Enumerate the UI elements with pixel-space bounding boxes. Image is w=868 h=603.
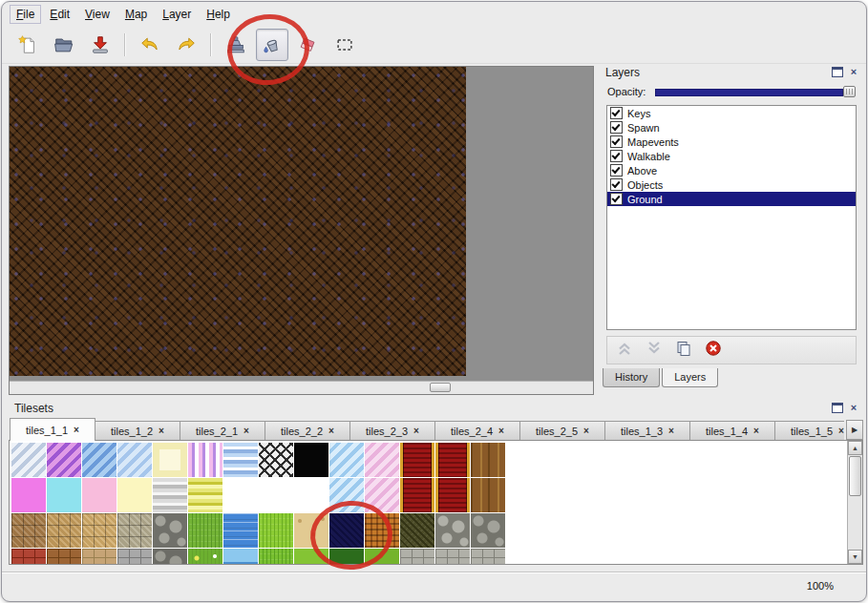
- layer-visibility-checkbox[interactable]: [610, 164, 623, 177]
- lower-layer-button[interactable]: [645, 341, 664, 360]
- palette-tile[interactable]: [259, 443, 293, 477]
- layer-visibility-checkbox[interactable]: [610, 121, 623, 134]
- tileset-tab-tiles_2_2[interactable]: tiles_2_2×: [265, 421, 350, 441]
- redo-button[interactable]: [170, 29, 202, 61]
- tileset-tab-tiles_2_1[interactable]: tiles_2_1×: [180, 421, 265, 441]
- palette-tile[interactable]: [153, 443, 187, 477]
- duplicate-layer-button[interactable]: [674, 341, 693, 360]
- layer-visibility-checkbox[interactable]: [610, 150, 623, 162]
- palette-tile[interactable]: [365, 549, 399, 565]
- palette-tile[interactable]: [153, 549, 187, 565]
- undo-button[interactable]: [134, 29, 166, 61]
- tab-layers[interactable]: Layers: [662, 368, 718, 387]
- palette-tile[interactable]: [153, 478, 187, 512]
- close-tab-icon[interactable]: ×: [838, 426, 844, 436]
- palette-tile[interactable]: [117, 443, 152, 477]
- palette-tile[interactable]: [259, 513, 293, 548]
- close-tab-icon[interactable]: ×: [413, 426, 419, 436]
- new-map-button[interactable]: [11, 29, 44, 61]
- palette-tile[interactable]: [47, 549, 81, 565]
- float-tilesets-panel-icon[interactable]: [832, 403, 843, 413]
- palette-tile[interactable]: [400, 478, 434, 512]
- palette-tile[interactable]: [223, 513, 258, 548]
- layer-row-keys[interactable]: Keys: [607, 106, 856, 120]
- tileset-tab-tiles_2_3[interactable]: tiles_2_3×: [349, 421, 435, 441]
- tileset-tab-tiles_1_1[interactable]: tiles_1_1×: [10, 418, 95, 441]
- palette-tile[interactable]: [117, 513, 152, 548]
- palette-tile[interactable]: [223, 478, 258, 512]
- opacity-slider-handle[interactable]: [843, 86, 856, 97]
- close-tab-icon[interactable]: ×: [74, 426, 79, 435]
- close-tilesets-panel-icon[interactable]: ×: [848, 402, 859, 413]
- menu-layer[interactable]: Layer: [156, 5, 198, 24]
- tileset-tab-tiles_2_4[interactable]: tiles_2_4×: [434, 421, 520, 441]
- tileset-tab-tiles_1_3[interactable]: tiles_1_3×: [604, 421, 690, 441]
- tileset-tab-tiles_1_4[interactable]: tiles_1_4×: [689, 421, 775, 441]
- palette-tile[interactable]: [47, 513, 81, 548]
- close-tab-icon[interactable]: ×: [583, 426, 589, 436]
- close-panel-icon[interactable]: ×: [848, 66, 859, 77]
- close-tab-icon[interactable]: ×: [498, 426, 504, 436]
- palette-tile[interactable]: [365, 513, 399, 548]
- palette-tile[interactable]: [82, 443, 116, 477]
- palette-tile[interactable]: [47, 478, 81, 512]
- palette-tile[interactable]: [365, 443, 399, 477]
- close-tab-icon[interactable]: ×: [753, 426, 759, 436]
- scroll-up-button[interactable]: ▲: [848, 441, 862, 455]
- palette-tile[interactable]: [435, 513, 470, 548]
- palette-tile[interactable]: [400, 443, 434, 477]
- palette-tile[interactable]: [471, 478, 505, 512]
- layer-row-mapevents[interactable]: Mapevents: [607, 135, 856, 149]
- opacity-slider[interactable]: [655, 85, 856, 98]
- palette-tile[interactable]: [471, 443, 505, 477]
- scrollbar-thumb[interactable]: [430, 383, 451, 392]
- palette-tile[interactable]: [188, 513, 222, 548]
- palette-tile[interactable]: [188, 443, 222, 477]
- palette-tile[interactable]: [82, 549, 116, 565]
- float-panel-icon[interactable]: [832, 67, 843, 77]
- tileset-tab-tiles_1_2[interactable]: tiles_1_2×: [95, 421, 180, 441]
- palette-tile[interactable]: [294, 549, 328, 565]
- eraser-tool-button[interactable]: [292, 29, 325, 61]
- palette-tile[interactable]: [294, 443, 328, 477]
- close-tab-icon[interactable]: ×: [668, 426, 674, 436]
- palette-tile[interactable]: [188, 478, 222, 512]
- scrollbar-thumb[interactable]: [849, 456, 861, 496]
- palette-tile[interactable]: [117, 549, 152, 565]
- palette-tile[interactable]: [11, 513, 46, 548]
- palette-tile[interactable]: [294, 478, 328, 512]
- palette-tile[interactable]: [117, 478, 152, 512]
- save-map-button[interactable]: [84, 29, 116, 61]
- layer-row-walkable[interactable]: Walkable: [607, 149, 856, 163]
- palette-vertical-scrollbar[interactable]: ▲ ▼: [847, 441, 862, 564]
- palette-tile[interactable]: [329, 443, 364, 477]
- layer-row-spawn[interactable]: Spawn: [607, 120, 856, 135]
- layer-visibility-checkbox[interactable]: [610, 135, 623, 148]
- raise-layer-button[interactable]: [615, 341, 634, 360]
- palette-tile[interactable]: [223, 549, 258, 565]
- layer-visibility-checkbox[interactable]: [610, 178, 623, 191]
- layer-row-ground[interactable]: Ground: [607, 192, 856, 206]
- palette-tile[interactable]: [11, 443, 46, 477]
- marquee-select-tool-button[interactable]: [328, 29, 361, 61]
- layer-row-above[interactable]: Above: [607, 163, 856, 177]
- menu-help[interactable]: Help: [200, 5, 237, 24]
- palette-tile[interactable]: [400, 549, 434, 565]
- close-tab-icon[interactable]: ×: [328, 426, 334, 436]
- tab-history[interactable]: History: [603, 368, 660, 387]
- palette-tile[interactable]: [329, 549, 364, 565]
- palette-tile[interactable]: [82, 478, 116, 512]
- fill-tool-button[interactable]: [256, 29, 288, 61]
- layer-visibility-checkbox[interactable]: [610, 107, 623, 119]
- menu-file[interactable]: File: [10, 5, 41, 24]
- palette-tile[interactable]: [329, 478, 364, 512]
- palette-tile[interactable]: [365, 478, 399, 512]
- palette-tile[interactable]: [259, 478, 293, 512]
- palette-tile[interactable]: [471, 549, 505, 565]
- scroll-tabs-right-button[interactable]: ▶: [846, 420, 863, 440]
- palette-tile[interactable]: [259, 549, 293, 565]
- map-canvas[interactable]: [10, 67, 466, 376]
- scroll-down-button[interactable]: ▼: [848, 550, 862, 564]
- palette-tile[interactable]: [294, 513, 328, 548]
- close-tab-icon[interactable]: ×: [243, 426, 249, 436]
